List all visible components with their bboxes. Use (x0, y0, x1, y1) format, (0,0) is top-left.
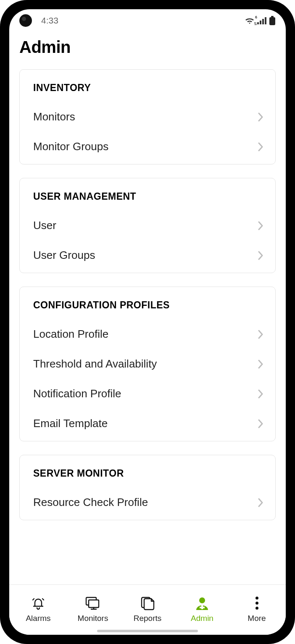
chevron-right-icon (258, 498, 263, 507)
section-heading: USER MANAGEMENT (20, 187, 275, 211)
section-configuration-profiles: CONFIGURATION PROFILES Location Profile … (19, 287, 276, 441)
admin-icon (194, 595, 211, 611)
chevron-right-icon (258, 419, 263, 428)
row-monitor-groups[interactable]: Monitor Groups (20, 132, 275, 162)
row-email-template[interactable]: Email Template (20, 409, 275, 438)
row-label: Monitors (33, 110, 75, 123)
wifi-icon: 6 ⇅ (245, 17, 255, 24)
bell-icon (31, 595, 46, 611)
chevron-right-icon (258, 330, 263, 339)
svg-rect-5 (269, 17, 275, 25)
nav-label: Admin (191, 614, 213, 623)
more-icon (255, 595, 258, 611)
nav-admin[interactable]: Admin (175, 595, 229, 623)
row-resource-check-profile[interactable]: Resource Check Profile (20, 488, 275, 517)
section-heading: SERVER MONITOR (20, 464, 275, 488)
nav-more[interactable]: More (229, 595, 284, 623)
battery-icon (269, 16, 276, 25)
monitor-icon (84, 595, 101, 611)
document-icon (140, 595, 155, 611)
nav-label: Reports (134, 614, 162, 623)
section-user-management: USER MANAGEMENT User User Groups (19, 178, 276, 273)
status-bar: 4:33 6 ⇅ (9, 9, 286, 32)
row-location-profile[interactable]: Location Profile (20, 319, 275, 349)
nav-label: Monitors (78, 614, 108, 623)
row-user-groups[interactable]: User Groups (20, 240, 275, 270)
row-label: User (33, 219, 56, 232)
bottom-nav: Alarms Monitors (9, 584, 286, 635)
home-indicator (97, 630, 198, 632)
nav-label: Alarms (26, 614, 50, 623)
chevron-right-icon (258, 221, 263, 230)
status-icons: 6 ⇅ (245, 16, 276, 25)
row-label: Monitor Groups (33, 140, 108, 153)
svg-rect-0 (257, 22, 259, 24)
section-server-monitor: SERVER MONITOR Resource Check Profile (19, 455, 276, 520)
page-title: Admin (9, 32, 286, 69)
nav-label: More (248, 614, 266, 623)
signal-icon (257, 17, 266, 24)
svg-point-9 (199, 597, 205, 603)
svg-rect-11 (200, 607, 205, 608)
chevron-right-icon (258, 142, 263, 151)
row-label: Resource Check Profile (33, 496, 148, 509)
svg-rect-4 (271, 16, 274, 17)
front-camera (19, 14, 32, 27)
svg-rect-2 (262, 19, 264, 24)
status-time: 4:33 (41, 16, 58, 26)
section-heading: INVENTORY (20, 78, 275, 102)
svg-rect-7 (89, 600, 99, 607)
scroll-area[interactable]: INVENTORY Monitors Monitor Groups USER M… (9, 69, 286, 581)
chevron-right-icon (258, 360, 263, 369)
chevron-right-icon (258, 251, 263, 260)
section-heading: CONFIGURATION PROFILES (20, 295, 275, 319)
screen: 4:33 6 ⇅ Admin INVENTORY (9, 9, 286, 635)
row-label: Notification Profile (33, 387, 121, 400)
row-monitors[interactable]: Monitors (20, 102, 275, 132)
row-user[interactable]: User (20, 211, 275, 240)
chevron-right-icon (258, 389, 263, 399)
row-label: User Groups (33, 249, 95, 262)
row-label: Email Template (33, 417, 108, 430)
row-threshold-availability[interactable]: Threshold and Availability (20, 349, 275, 379)
row-label: Location Profile (33, 328, 108, 341)
row-notification-profile[interactable]: Notification Profile (20, 379, 275, 409)
section-inventory: INVENTORY Monitors Monitor Groups (19, 69, 276, 164)
chevron-right-icon (258, 112, 263, 122)
nav-monitors[interactable]: Monitors (66, 595, 120, 623)
row-label: Threshold and Availability (33, 357, 157, 370)
svg-rect-3 (265, 17, 266, 24)
page-content: Admin INVENTORY Monitors Monitor Groups … (9, 32, 286, 584)
nav-alarms[interactable]: Alarms (11, 595, 66, 623)
device-frame: 4:33 6 ⇅ Admin INVENTORY (0, 0, 295, 644)
svg-rect-1 (260, 21, 261, 24)
nav-reports[interactable]: Reports (120, 595, 175, 623)
